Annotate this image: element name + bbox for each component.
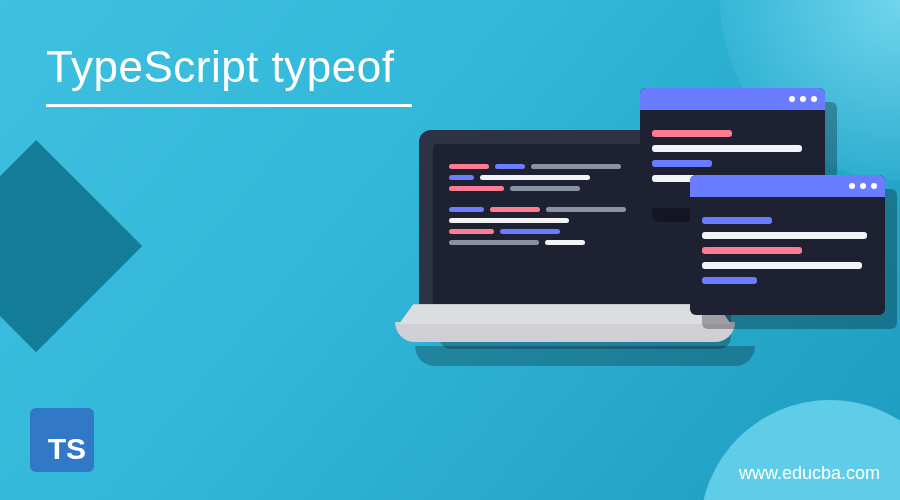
laptop-base — [395, 322, 735, 342]
window-dot-icon — [860, 183, 866, 189]
window-dot-icon — [811, 96, 817, 102]
window-titlebar — [640, 88, 825, 110]
site-url: www.educba.com — [739, 463, 880, 484]
decor-circle — [700, 400, 900, 500]
code-snippet — [449, 207, 681, 245]
code-window-icon — [690, 175, 885, 315]
typescript-logo-icon: TS — [30, 408, 94, 472]
decor-square — [0, 140, 142, 352]
page-title: TypeScript typeof — [46, 42, 394, 92]
page-title-block: TypeScript typeof — [46, 42, 412, 107]
laptop-keyboard — [399, 304, 731, 324]
window-dot-icon — [871, 183, 877, 189]
window-dot-icon — [789, 96, 795, 102]
window-dot-icon — [800, 96, 806, 102]
window-titlebar — [690, 175, 885, 197]
badge-label: TS — [48, 432, 86, 466]
code-card-body — [690, 197, 885, 304]
window-dot-icon — [849, 183, 855, 189]
